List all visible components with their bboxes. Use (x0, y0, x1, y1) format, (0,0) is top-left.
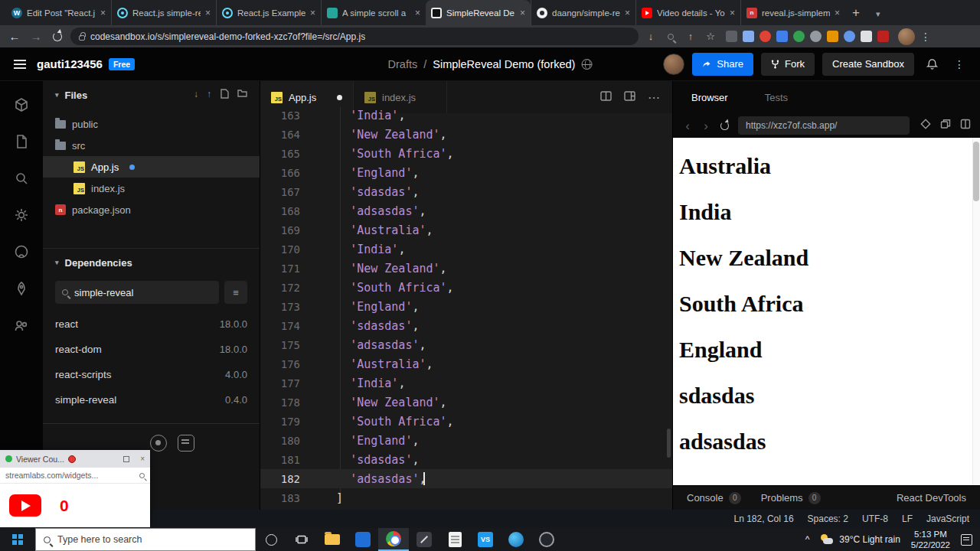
tab-tests[interactable]: Tests (765, 92, 788, 103)
duplicate-window-icon[interactable] (940, 119, 951, 132)
code-line[interactable]: 171 'New Zealand', (260, 259, 672, 278)
dependency-row[interactable]: simple-reveal0.4.0 (43, 387, 260, 412)
vscode-taskbar-icon[interactable]: VS (470, 528, 501, 551)
tab-close-icon[interactable]: × (625, 8, 630, 18)
back-button[interactable]: ← (6, 28, 23, 45)
app-icon-editor[interactable] (409, 528, 439, 551)
code-line[interactable]: 169 'Australia', (260, 220, 672, 240)
file-row-packagejson[interactable]: npackage.json (43, 199, 260, 220)
dependency-row[interactable]: react-dom18.0.0 (43, 337, 260, 362)
responsive-mode-icon[interactable] (920, 119, 931, 132)
action-center-icon[interactable] (961, 534, 972, 546)
code-line[interactable]: 180 'England', (260, 431, 672, 450)
code-line[interactable]: 163 'India', (260, 107, 672, 125)
feedback-chat-icon[interactable] (178, 435, 194, 452)
project-title[interactable]: SimpleReveal Demo (forked) (433, 58, 575, 70)
share-button[interactable]: Share (692, 53, 753, 76)
dependency-row[interactable]: react18.0.0 (43, 311, 260, 337)
react-devtools-toggle[interactable]: React DevTools (897, 492, 966, 504)
preview-layout-icon[interactable] (624, 90, 635, 104)
browser-tab-react-examples[interactable]: React.js Examples× (216, 0, 321, 25)
tray-expand-icon[interactable]: ^ (805, 534, 810, 545)
file-row-appjs[interactable]: JSApp.js (43, 156, 260, 178)
start-button[interactable] (0, 528, 35, 551)
extension-icon[interactable] (726, 31, 737, 42)
widget-titlebar[interactable]: Viewer Cou... × (0, 450, 150, 468)
preview-back-icon[interactable]: ‹ (682, 119, 693, 132)
extension-icon[interactable] (743, 31, 754, 42)
console-toggle[interactable]: Console0 (687, 492, 741, 504)
dependencies-header[interactable]: ▾ Dependencies (43, 249, 260, 276)
file-row-indexjs[interactable]: JSindex.js (43, 178, 260, 199)
browser-tab-github[interactable]: daangn/simple-re× (531, 0, 635, 25)
breadcrumb-drafts[interactable]: Drafts (388, 58, 418, 70)
code-line[interactable]: 170 'India', (260, 240, 672, 259)
tab-close-icon[interactable]: × (835, 8, 840, 18)
chrome-taskbar-icon[interactable] (378, 528, 409, 551)
editor-scrollbar[interactable] (667, 429, 671, 458)
code-line[interactable]: 165 'South Africa', (260, 144, 672, 163)
dependency-row[interactable]: react-scripts4.0.0 (43, 362, 260, 387)
edge-taskbar-icon[interactable] (501, 528, 531, 551)
menu-hamburger-icon[interactable] (14, 64, 26, 65)
new-file-icon[interactable] (220, 89, 229, 101)
editor-more-icon[interactable]: ⋯ (648, 90, 660, 105)
zoom-icon[interactable] (663, 29, 678, 44)
weather-widget[interactable]: 39°C Light rain (820, 534, 900, 545)
code-line[interactable]: 175 'adsasdas', (260, 335, 672, 354)
dependency-search-input[interactable]: simple-reveal (55, 281, 219, 304)
bookmark-star-icon[interactable]: ☆ (703, 29, 718, 44)
code-line[interactable]: 173 'England', (260, 297, 672, 316)
code-line[interactable]: 174 'sdasdas', (260, 316, 672, 335)
code-line[interactable]: 179 'South Africa', (260, 412, 672, 431)
tab-close-icon[interactable]: × (730, 8, 735, 18)
code-line[interactable]: 181 'sdasdas', (260, 450, 672, 469)
extension-icon[interactable] (776, 31, 788, 42)
task-view-button[interactable] (286, 528, 317, 551)
new-tab-button[interactable]: + (845, 2, 867, 24)
address-bar[interactable]: codesandbox.io/s/simplereveal-demo-forke… (70, 28, 639, 45)
upload-icon[interactable]: ↑ (207, 89, 211, 101)
cursor-position[interactable]: Ln 182, Col 16 (734, 514, 794, 524)
browser-tab-youtube[interactable]: Video details - Yo× (635, 0, 740, 25)
file-row-src[interactable]: src (43, 135, 260, 156)
restore-icon[interactable] (123, 456, 129, 462)
tab-search-chevron-icon[interactable]: ▾ (876, 9, 880, 19)
app-icon-blue[interactable] (348, 528, 378, 551)
new-folder-icon[interactable] (237, 89, 247, 101)
preview-refresh-icon[interactable] (720, 122, 729, 130)
extension-icon[interactable] (844, 31, 855, 42)
code-line[interactable]: 167 'sdasdas', (260, 182, 672, 201)
code-area[interactable]: 163 'India', 164 'New Zealand', 165 'Sou… (260, 107, 672, 504)
share-page-icon[interactable]: ↑ (683, 29, 698, 44)
tab-close-icon[interactable]: × (205, 8, 211, 18)
code-line[interactable]: 177 'India', (260, 373, 672, 393)
extension-icon[interactable] (760, 31, 771, 42)
reload-button[interactable] (49, 28, 66, 45)
code-line[interactable]: 164 'New Zealand', (260, 125, 672, 144)
settings-gear-icon[interactable] (13, 207, 30, 223)
export-icon[interactable]: ↓ (194, 89, 198, 101)
code-line-active[interactable]: 182 'adsasdas', (260, 469, 672, 488)
tab-browser[interactable]: Browser (691, 92, 728, 103)
encoding-setting[interactable]: UTF-8 (862, 514, 888, 524)
browser-tab-npm[interactable]: nreveal.js-simplem× (740, 0, 845, 25)
extension-icon[interactable] (827, 31, 838, 42)
extension-icon[interactable] (877, 31, 889, 42)
tab-close-icon[interactable]: × (310, 8, 315, 18)
preview-scrollbar[interactable] (973, 142, 979, 201)
file-explorer-icon[interactable] (13, 133, 30, 150)
username[interactable]: gauti123456 (37, 57, 103, 70)
dependency-filter-button[interactable]: ≡ (224, 281, 247, 304)
live-users-icon[interactable] (13, 317, 30, 334)
sandbox-cube-icon[interactable] (13, 96, 30, 113)
tab-close-icon[interactable]: × (520, 8, 525, 18)
split-view-icon[interactable] (600, 90, 612, 104)
files-section-header[interactable]: ▾ Files ↓ ↑ (43, 81, 260, 109)
obs-taskbar-icon[interactable] (531, 528, 562, 551)
preview-forward-icon[interactable]: › (701, 119, 711, 132)
eol-setting[interactable]: LF (902, 514, 913, 524)
code-line[interactable]: 178 'New Zealand', (260, 393, 672, 412)
cortana-button[interactable] (256, 528, 286, 551)
extension-icon[interactable] (861, 31, 872, 42)
